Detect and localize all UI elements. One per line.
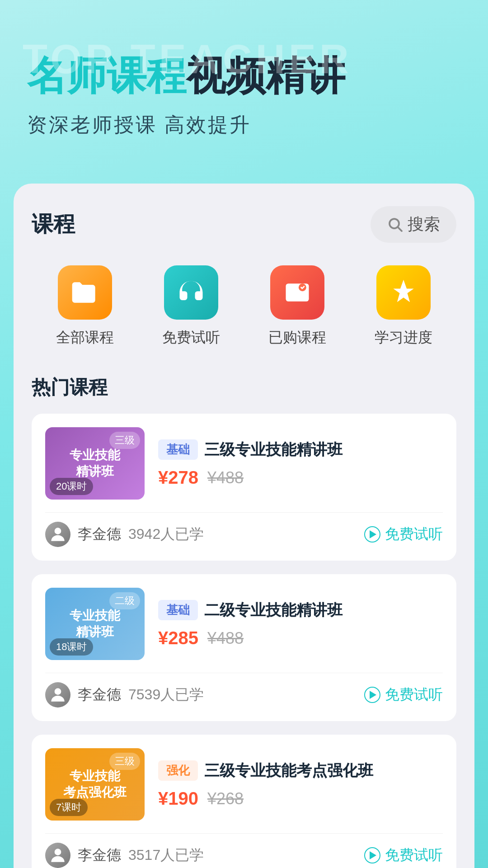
teacher-name-1: 李金德 [78, 685, 121, 705]
play-circle-1 [364, 687, 380, 703]
category-item-progress[interactable]: 学习进度 [375, 265, 432, 348]
main-card: 课程 搜索 全部课程 免费试听 [14, 184, 474, 868]
teacher-name-0: 李金德 [78, 524, 121, 544]
student-count-1: 7539人已学 [128, 685, 204, 705]
purchase-icon [282, 277, 313, 308]
category-item-purchased[interactable]: 已购课程 [268, 265, 326, 348]
price-original-0: ¥488 [207, 468, 244, 487]
play-triangle-0 [370, 530, 376, 538]
category-label-free: 免费试听 [162, 328, 220, 348]
svg-point-5 [55, 688, 61, 695]
card-header: 课程 搜索 [32, 206, 456, 243]
category-icon-all [58, 265, 112, 320]
pin-icon [388, 277, 419, 308]
teacher-name-2: 李金德 [78, 845, 121, 865]
category-icon-progress [376, 265, 431, 320]
category-item-all[interactable]: 全部课程 [56, 265, 114, 348]
level-badge-2: 三级 [109, 753, 140, 770]
course-info-1: 基础 二级专业技能精讲班 ¥285 ¥488 [158, 588, 443, 660]
course-name-0: 三级专业技能精讲班 [204, 439, 343, 461]
course-price-row-1: ¥285 ¥488 [158, 628, 443, 648]
play-circle-0 [364, 526, 380, 542]
course-footer-1: 李金德 7539人已学 免费试听 [45, 673, 443, 708]
headphone-icon [176, 277, 206, 308]
play-triangle-1 [370, 691, 376, 699]
course-tags-row-1: 基础 二级专业技能精讲班 [158, 599, 443, 621]
category-grid: 全部课程 免费试听 已购课程 [32, 265, 456, 348]
category-label-purchased: 已购课程 [268, 328, 326, 348]
price-current-1: ¥285 [158, 628, 198, 648]
teacher-info-2: 李金德 3517人已学 [45, 843, 204, 868]
course-thumbnail-0[interactable]: 三级 专业技能精讲班 20课时 [45, 427, 145, 500]
course-tag-0: 基础 [158, 439, 198, 460]
svg-point-4 [55, 528, 61, 534]
card-title: 课程 [32, 210, 75, 239]
hours-badge-2: 7课时 [50, 799, 88, 816]
teacher-avatar-1 [45, 682, 70, 708]
hero-section: TOP TEACHER 名师课程视频精讲 资深老师授课 高效提升 [0, 0, 488, 156]
hours-badge-0: 20课时 [50, 478, 93, 495]
avatar-icon-1 [48, 685, 68, 705]
category-label-all: 全部课程 [56, 328, 114, 348]
course-card-inner-0: 三级 专业技能精讲班 20课时 基础 三级专业技能精讲班 ¥278 ¥488 [45, 427, 443, 500]
price-original-2: ¥268 [207, 789, 244, 808]
play-circle-2 [364, 847, 380, 863]
hero-bg-text: TOP TEACHER [23, 36, 352, 83]
teacher-avatar-2 [45, 843, 70, 868]
teacher-info-0: 李金德 3942人已学 [45, 522, 204, 547]
folder-icon [70, 277, 100, 308]
search-icon [387, 216, 403, 232]
hero-subtitle: 资深老师授课 高效提升 [27, 112, 461, 138]
course-tag-2: 强化 [158, 760, 198, 781]
course-price-row-2: ¥190 ¥268 [158, 788, 443, 809]
free-trial-button-2[interactable]: 免费试听 [364, 845, 443, 865]
course-card-0: 三级 专业技能精讲班 20课时 基础 三级专业技能精讲班 ¥278 ¥488 [32, 414, 456, 561]
category-label-progress: 学习进度 [375, 328, 432, 348]
course-tags-row-2: 强化 三级专业技能考点强化班 [158, 760, 443, 782]
category-icon-purchased [270, 265, 324, 320]
student-count-2: 3517人已学 [128, 845, 204, 865]
course-card-1: 二级 专业技能精讲班 18课时 基础 二级专业技能精讲班 ¥285 ¥488 [32, 574, 456, 721]
play-triangle-2 [370, 851, 376, 859]
course-tags-row-0: 基础 三级专业技能精讲班 [158, 439, 443, 461]
student-count-0: 3942人已学 [128, 524, 204, 544]
svg-point-6 [55, 849, 61, 855]
free-trial-label-2: 免费试听 [385, 845, 443, 865]
price-current-0: ¥278 [158, 467, 198, 488]
avatar-icon-0 [48, 524, 68, 544]
price-original-1: ¥488 [207, 629, 244, 648]
course-footer-2: 李金德 3517人已学 免费试听 [45, 833, 443, 868]
free-trial-label-1: 免费试听 [385, 685, 443, 705]
course-list: 三级 专业技能精讲班 20课时 基础 三级专业技能精讲班 ¥278 ¥488 [32, 414, 456, 868]
teacher-avatar-0 [45, 522, 70, 547]
free-trial-button-0[interactable]: 免费试听 [364, 524, 443, 544]
category-icon-free [164, 265, 218, 320]
teacher-info-1: 李金德 7539人已学 [45, 682, 204, 708]
svg-line-1 [398, 227, 402, 231]
course-card-inner-2: 三级 专业技能考点强化班 7课时 强化 三级专业技能考点强化班 ¥190 ¥26… [45, 748, 443, 821]
search-label: 搜索 [408, 213, 440, 236]
free-trial-button-1[interactable]: 免费试听 [364, 685, 443, 705]
course-thumbnail-1[interactable]: 二级 专业技能精讲班 18课时 [45, 588, 145, 660]
price-current-2: ¥190 [158, 788, 198, 809]
hot-section-title: 热门课程 [32, 375, 456, 400]
course-name-2: 三级专业技能考点强化班 [204, 760, 373, 782]
thumb-title-0: 专业技能精讲班 [50, 447, 140, 480]
search-button[interactable]: 搜索 [371, 206, 456, 243]
course-info-0: 基础 三级专业技能精讲班 ¥278 ¥488 [158, 427, 443, 500]
course-footer-0: 李金德 3942人已学 免费试听 [45, 512, 443, 547]
course-name-1: 二级专业技能精讲班 [204, 599, 343, 621]
course-price-row-0: ¥278 ¥488 [158, 467, 443, 488]
thumb-title-2: 专业技能考点强化班 [50, 768, 140, 801]
course-card-2: 三级 专业技能考点强化班 7课时 强化 三级专业技能考点强化班 ¥190 ¥26… [32, 735, 456, 868]
course-thumbnail-2[interactable]: 三级 专业技能考点强化班 7课时 [45, 748, 145, 821]
course-tag-1: 基础 [158, 600, 198, 620]
category-item-free[interactable]: 免费试听 [162, 265, 220, 348]
course-card-inner-1: 二级 专业技能精讲班 18课时 基础 二级专业技能精讲班 ¥285 ¥488 [45, 588, 443, 660]
level-badge-0: 三级 [109, 432, 140, 449]
free-trial-label-0: 免费试听 [385, 524, 443, 544]
course-info-2: 强化 三级专业技能考点强化班 ¥190 ¥268 [158, 748, 443, 821]
thumb-title-1: 专业技能精讲班 [50, 607, 140, 640]
hours-badge-1: 18课时 [50, 638, 93, 656]
level-badge-1: 二级 [109, 592, 140, 609]
